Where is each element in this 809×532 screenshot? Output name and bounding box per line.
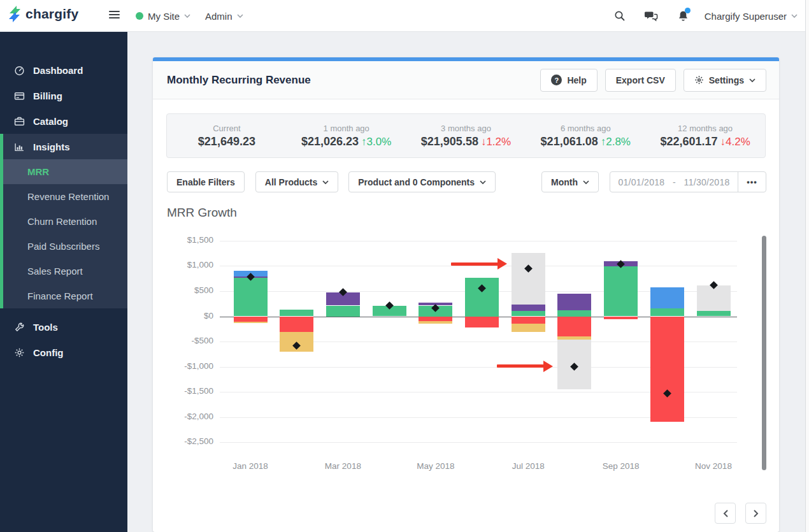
user-menu[interactable]: Chargify Superuser [699, 0, 809, 32]
stat-value: $21,026.23 [301, 135, 359, 148]
notifications-button[interactable] [668, 0, 699, 32]
bar-segment-green[interactable] [650, 308, 684, 317]
sidebar-item-config[interactable]: Config [0, 340, 127, 365]
wrench-icon [14, 322, 25, 333]
chevron-down-icon [237, 14, 243, 18]
sidebar-item-label: Dashboard [33, 65, 83, 76]
bar-segment-yellow[interactable] [234, 322, 268, 323]
date-start: 01/01/2018 [618, 177, 664, 187]
chevron-down-icon [184, 14, 190, 18]
interval-dropdown[interactable]: Month [541, 171, 599, 192]
bar-segment-green[interactable] [512, 311, 545, 316]
bar-segment-yellow[interactable] [512, 324, 545, 332]
sidebar-item-catalog[interactable]: Catalog [0, 108, 127, 134]
bar-segment-green[interactable] [326, 306, 360, 317]
enable-filters-label: Enable Filters [176, 177, 235, 187]
gridline [220, 266, 737, 266]
search-button[interactable] [604, 0, 636, 32]
stat-label: Current [213, 124, 240, 133]
x-axis-label: Jan 2018 [222, 461, 279, 471]
bar-segment-red[interactable] [604, 317, 638, 319]
annotation-arrow-icon [498, 258, 507, 270]
hamburger-menu-icon[interactable] [109, 11, 120, 20]
products-dropdown-label: All Products [265, 177, 317, 187]
bar-segment-yellow[interactable] [419, 321, 452, 324]
date-end: 11/30/2018 [684, 177, 730, 187]
sidebar-item-revenue-retention[interactable]: Revenue Retention [0, 184, 127, 209]
sidebar: Dashboard Billing Catalog Insights MRR R… [0, 32, 127, 532]
bar-segment-red[interactable] [512, 317, 545, 324]
sidebar-item-churn-retention[interactable]: Churn Retention [0, 209, 127, 234]
previous-page-button[interactable] [715, 503, 736, 524]
interval-dropdown-label: Month [551, 177, 578, 187]
help-button[interactable]: ? Help [540, 69, 597, 92]
next-page-button[interactable] [745, 503, 766, 524]
bar-segment-green[interactable] [280, 310, 313, 316]
stat-1-month-ago: 1 month ago $21,026.23 ↑3.0% [287, 114, 406, 157]
bar-segment-red[interactable] [419, 317, 452, 321]
sidebar-item-finance-report[interactable]: Finance Report [0, 284, 127, 308]
site-status-dot [136, 12, 143, 20]
bar-segment-gray[interactable] [512, 253, 545, 305]
bar-segment-green[interactable] [465, 278, 499, 317]
components-dropdown[interactable]: Product and 0 Components [348, 171, 496, 192]
enable-filters-button[interactable]: Enable Filters [167, 171, 245, 192]
gear-icon [694, 75, 704, 85]
credit-card-icon [14, 90, 25, 101]
bar-segment-green[interactable] [557, 310, 591, 317]
bar-segment-green[interactable] [234, 278, 268, 317]
settings-button[interactable]: Settings [684, 69, 766, 92]
sidebar-item-mrr[interactable]: MRR [0, 159, 127, 184]
chevron-left-icon [723, 510, 728, 517]
bar-segment-red[interactable] [465, 317, 499, 327]
stat-delta: ↑3.0% [361, 136, 391, 148]
browser-scrollbar-track[interactable] [805, 0, 809, 532]
products-dropdown[interactable]: All Products [255, 171, 338, 192]
chargify-logo[interactable]: chargify [8, 6, 78, 22]
stat-label: 6 months ago [561, 124, 611, 133]
stat-delta: ↓1.2% [481, 136, 511, 148]
bar-segment-red[interactable] [280, 317, 313, 333]
gridline [220, 442, 737, 443]
bar-segment-red[interactable] [557, 317, 591, 337]
date-range-control: 01/01/2018 - 11/30/2018 ••• [610, 171, 766, 192]
sidebar-item-insights[interactable]: Insights [0, 134, 127, 159]
sidebar-item-tools[interactable]: Tools [0, 314, 127, 340]
settings-button-label: Settings [709, 75, 744, 85]
chart-y-axis: $1,500$1,000$500$0-$500-$1,000-$1,500-$2… [153, 203, 213, 532]
y-tick-label: -$1,500 [153, 386, 213, 396]
sidebar-item-sales-report[interactable]: Sales Report [0, 259, 127, 284]
question-mark-icon: ? [551, 75, 562, 85]
active-section-indicator [0, 134, 3, 308]
bar-segment-blue[interactable] [650, 287, 684, 308]
bar-chart-icon [14, 141, 25, 152]
sidebar-item-dashboard[interactable]: Dashboard [0, 57, 127, 83]
export-csv-button[interactable]: Export CSV [605, 69, 676, 92]
site-selector-menu[interactable]: My Site [136, 0, 190, 32]
date-range-field[interactable]: 01/01/2018 - 11/30/2018 [610, 177, 738, 187]
bar-segment-red[interactable] [650, 317, 684, 422]
stat-value: $22,601.17 [660, 135, 717, 148]
bar-segment-purple[interactable] [557, 294, 591, 311]
chart-scrollbar[interactable] [762, 236, 766, 470]
sidebar-item-label: Config [33, 347, 63, 358]
date-range-more-button[interactable]: ••• [738, 171, 766, 192]
gear-icon [14, 347, 25, 358]
stat-label: 1 month ago [324, 124, 369, 133]
bar-segment-purple[interactable] [512, 305, 545, 311]
messages-button[interactable] [636, 0, 668, 32]
annotation-arrow-line [497, 364, 544, 368]
bar-segment-green[interactable] [604, 266, 638, 316]
admin-menu[interactable]: Admin [205, 0, 243, 32]
stat-current: Current $21,649.23 [167, 114, 287, 157]
bar-segment-red[interactable] [234, 317, 268, 322]
mrr-report-card: Monthly Recurring Revenue ? Help Export … [153, 57, 779, 532]
sidebar-item-paid-subscribers[interactable]: Paid Subscribers [0, 234, 127, 259]
top-navigation-bar: chargify My Site Admin [0, 0, 809, 32]
sidebar-item-billing[interactable]: Billing [0, 83, 127, 108]
y-tick-label: $0 [153, 311, 213, 320]
bar-segment-green[interactable] [697, 311, 731, 316]
chevron-right-icon [754, 510, 759, 517]
page-title: Monthly Recurring Revenue [167, 74, 311, 87]
y-tick-label: -$2,500 [153, 436, 213, 446]
